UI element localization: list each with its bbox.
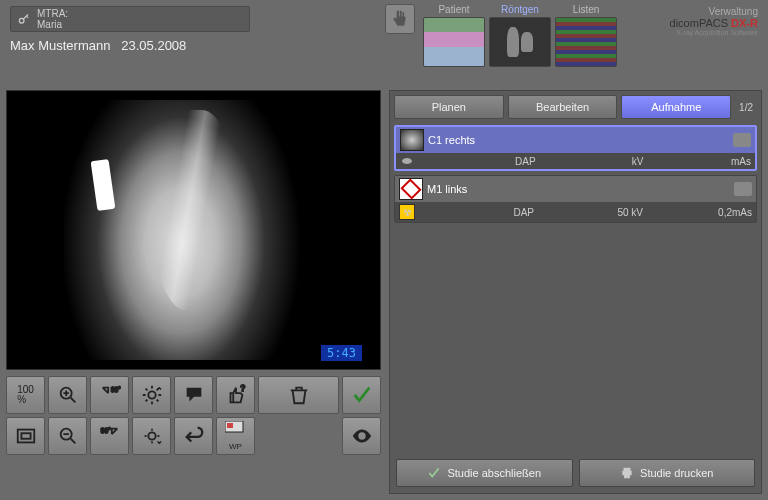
undo-icon: [183, 425, 205, 447]
key-icon: [17, 12, 31, 26]
eye-small-icon: [400, 155, 414, 167]
tab-planen[interactable]: Planen: [394, 95, 504, 119]
svg-rect-6: [21, 433, 30, 439]
exposure-thumb: [400, 129, 424, 151]
mtra-box[interactable]: MTRA: Maria: [10, 6, 250, 32]
nav-verwaltung-label[interactable]: Verwaltung: [670, 6, 758, 17]
context-button[interactable]: [385, 4, 415, 34]
svg-point-3: [148, 391, 155, 398]
quality-button[interactable]: ?: [216, 376, 255, 414]
preview-button[interactable]: [342, 417, 381, 455]
svg-rect-11: [227, 423, 233, 428]
nav-listen[interactable]: Listen: [555, 4, 617, 67]
svg-rect-5: [17, 430, 34, 443]
eye-icon: [351, 425, 373, 447]
svg-point-0: [19, 18, 24, 23]
svg-text:90°: 90°: [100, 427, 110, 434]
brightness-up-icon: [141, 384, 163, 406]
screen-icon: [225, 421, 247, 443]
svg-point-13: [402, 158, 412, 164]
patient-name: Max Mustermann: [10, 38, 110, 53]
svg-point-12: [360, 434, 364, 438]
fullscreen-icon: [15, 425, 37, 447]
tabs: Planen Bearbeiten Aufnahme 1/2: [390, 91, 761, 123]
xray-viewer[interactable]: 5:43: [6, 90, 381, 370]
tab-bearbeiten[interactable]: Bearbeiten: [508, 95, 618, 119]
radiation-icon: ☢: [399, 204, 415, 220]
print-icon: [620, 466, 634, 480]
exposure-title: C1 rechts: [428, 134, 475, 146]
print-study-button[interactable]: Studie drucken: [579, 459, 756, 487]
timer: 5:43: [321, 345, 362, 361]
nav-patient[interactable]: Patient: [423, 4, 485, 67]
nav-rontgen-thumb: [489, 17, 551, 67]
toolbar-row2: 90° WP: [6, 417, 381, 455]
rotate-cw-icon: 90°: [99, 384, 121, 406]
brand: Verwaltung dicomPACS DX-R X-ray Acquisit…: [666, 4, 762, 38]
svg-text:90°: 90°: [110, 386, 120, 393]
accept-button[interactable]: [342, 376, 381, 414]
mtra-name: Maria: [37, 19, 68, 30]
edit-icon[interactable]: [734, 182, 752, 196]
hand-icon: [390, 9, 410, 29]
undo-button[interactable]: [174, 417, 213, 455]
exposure-thumb: [399, 178, 423, 200]
svg-text:?: ?: [240, 384, 245, 393]
fullscreen-button[interactable]: [6, 417, 45, 455]
trash-icon: [288, 384, 310, 406]
edit-icon[interactable]: [733, 133, 751, 147]
thumbs-question-icon: ?: [225, 384, 247, 406]
exposure-list: C1 rechts DAP kV mAs M1 links: [390, 123, 761, 453]
xray-image: [64, 100, 324, 360]
zoom-in-icon: [57, 384, 79, 406]
page-indicator: 1/2: [735, 102, 757, 113]
topbar: MTRA: Maria Max Mustermann 23.05.2008 Pa…: [0, 0, 768, 90]
wp-button[interactable]: WP: [216, 417, 255, 455]
speech-icon: [183, 384, 205, 406]
rotate-cw-button[interactable]: 90°: [90, 376, 129, 414]
patient-info: Max Mustermann 23.05.2008: [10, 38, 375, 53]
delete-button[interactable]: [258, 376, 339, 414]
annotate-button[interactable]: [174, 376, 213, 414]
brightness-down-icon: [141, 425, 163, 447]
nav-listen-thumb: [555, 17, 617, 67]
rotate-ccw-button[interactable]: 90°: [90, 417, 129, 455]
exposure-item[interactable]: M1 links ☢ DAP 50 kV 0,2mAs: [394, 175, 757, 223]
check-icon: [351, 384, 373, 406]
nav-rontgen[interactable]: Röntgen: [489, 4, 551, 67]
rotate-ccw-icon: 90°: [99, 425, 121, 447]
brightness-up-button[interactable]: [132, 376, 171, 414]
check-small-icon: [427, 466, 441, 480]
svg-point-9: [148, 432, 155, 439]
patient-date: 23.05.2008: [121, 38, 186, 53]
mtra-label: MTRA:: [37, 8, 68, 19]
zoom-in-button[interactable]: [48, 376, 87, 414]
zoom-out-button[interactable]: [48, 417, 87, 455]
tab-aufnahme[interactable]: Aufnahme: [621, 95, 731, 119]
brightness-down-button[interactable]: [132, 417, 171, 455]
exposure-title: M1 links: [427, 183, 467, 195]
zoom-out-icon: [57, 425, 79, 447]
toolbar-row1: 100 % 90° ?: [6, 376, 381, 414]
nav-patient-thumb: [423, 17, 485, 67]
close-study-button[interactable]: Studie abschließen: [396, 459, 573, 487]
exposure-item[interactable]: C1 rechts DAP kV mAs: [394, 125, 757, 171]
zoom-100-button[interactable]: 100 %: [6, 376, 45, 414]
